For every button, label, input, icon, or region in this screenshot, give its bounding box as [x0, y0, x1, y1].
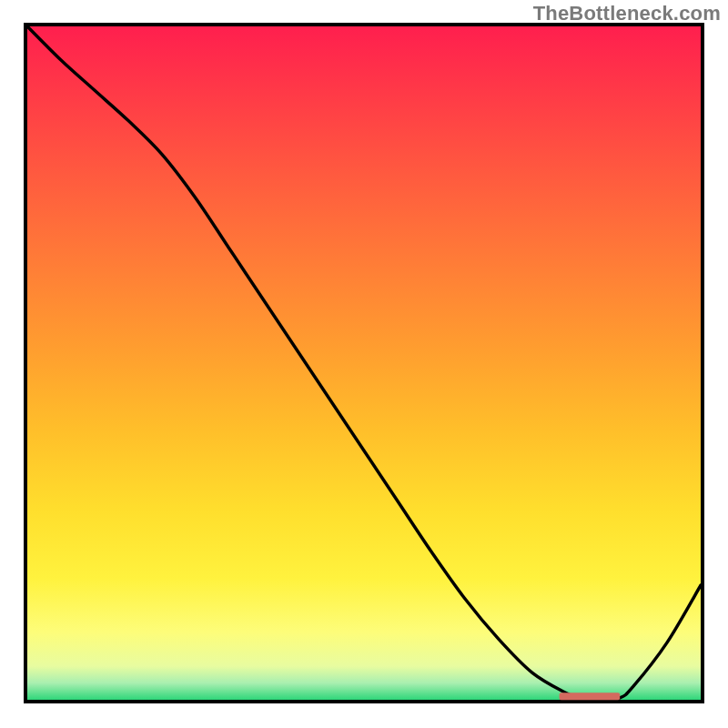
flat-band-marker [560, 693, 621, 700]
plot-background [27, 26, 701, 700]
watermark-text: TheBottleneck.com [533, 2, 721, 25]
chart-container: TheBottleneck.com [0, 0, 728, 728]
chart-svg [0, 0, 728, 728]
